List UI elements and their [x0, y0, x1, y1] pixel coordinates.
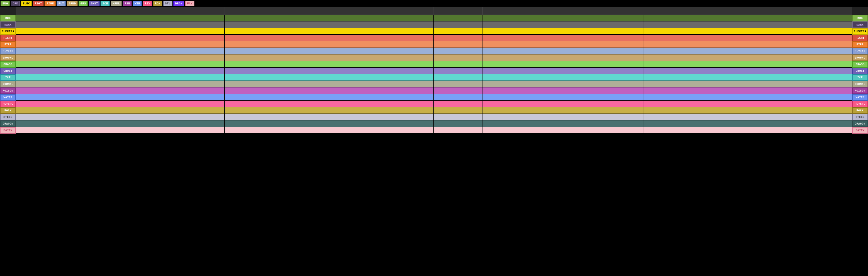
- left-type-label-rock: ROCK: [0, 107, 16, 114]
- cell-immune1-dark: [434, 22, 483, 28]
- cell-weakness-dark: [16, 22, 225, 28]
- cell-immune1-fire: [434, 41, 483, 48]
- data-row-flying: [16, 48, 852, 54]
- cell-immune2-psychc: [483, 101, 531, 107]
- top-type-btn-grs[interactable]: GRS: [79, 1, 88, 6]
- top-type-btn-fly[interactable]: FLY: [57, 1, 66, 6]
- cell-immune1-electra: [434, 28, 483, 34]
- cell-immune1-grass: [434, 61, 483, 67]
- left-type-label-fire: FIRE: [0, 41, 16, 48]
- cell-strong-ghost: [643, 67, 852, 74]
- cell-strong-steel: [643, 114, 852, 120]
- cell-immune1-flying: [434, 48, 483, 54]
- top-type-btn-psn[interactable]: PSN: [123, 1, 132, 6]
- cell-immune1-psychc: [434, 101, 483, 107]
- right-type-label-ground: GROUND: [852, 54, 868, 61]
- cell-resist-water: [531, 94, 643, 100]
- left-type-label-flying: FLYING: [0, 48, 16, 54]
- right-type-label-dragon: DRAGON: [852, 120, 868, 127]
- data-row-grass: [16, 61, 852, 67]
- cell-immune1-fight: [434, 35, 483, 41]
- top-type-bar: BUGDRKELECFIGTFIREFLYGRNDGRSGHSTICENRMLP…: [0, 0, 868, 7]
- cell-strong-normal: [643, 81, 852, 87]
- cell-resist-flying: [531, 48, 643, 54]
- left-type-label-fairy: FAIRY: [0, 127, 16, 134]
- header-resists: [225, 7, 434, 15]
- top-type-btn-psy[interactable]: PSY: [143, 1, 152, 6]
- cell-resists-poison: [225, 87, 433, 94]
- main-grid: BUGDARKELECTRAFIGHTFIREFLYINGGROUNDGRASS…: [0, 7, 868, 134]
- cell-resist-dark: [531, 22, 643, 28]
- header-resist: [531, 7, 643, 15]
- top-type-btn-fay[interactable]: FAY: [185, 1, 194, 6]
- left-type-label-psychc: PSYCHC: [0, 101, 16, 107]
- cell-resist-dragon: [531, 120, 643, 127]
- top-type-btn-figt[interactable]: FIGT: [33, 1, 44, 6]
- top-type-btn-drgn[interactable]: DRGN: [173, 1, 184, 6]
- right-type-labels: BUGDARKELECTRAFIGHTFIREFLYINGGROUNDGRASS…: [852, 7, 868, 134]
- right-type-list: BUGDARKELECTRAFIGHTFIREFLYINGGROUNDGRASS…: [852, 15, 868, 134]
- top-type-btn-stl[interactable]: STL: [163, 1, 173, 6]
- cell-strong-water: [643, 94, 852, 100]
- cell-resist-electra: [531, 28, 643, 34]
- cell-resists-electra: [225, 28, 433, 34]
- top-type-btn-ice[interactable]: ICE: [100, 1, 110, 6]
- cell-weakness-fairy: [16, 127, 225, 133]
- cell-immune1-ground: [434, 54, 483, 61]
- cell-weakness-grass: [16, 61, 225, 67]
- cell-weakness-bug: [16, 15, 225, 21]
- right-type-label-ice: ICE: [852, 74, 868, 81]
- top-type-btn-wtr[interactable]: WTR: [133, 1, 142, 6]
- cell-strong-poison: [643, 87, 852, 94]
- cell-resist-normal: [531, 81, 643, 87]
- cell-weakness-steel: [16, 114, 225, 120]
- cell-strong-bug: [643, 15, 852, 21]
- cell-immune2-poison: [483, 87, 531, 94]
- left-type-label-ice: ICE: [0, 74, 16, 81]
- cell-weakness-dragon: [16, 120, 225, 127]
- cell-weakness-ground: [16, 54, 225, 61]
- cell-resists-psychc: [225, 101, 433, 107]
- cell-immune2-ground: [483, 54, 531, 61]
- data-row-bug: [16, 15, 852, 22]
- cell-immune1-poison: [434, 87, 483, 94]
- cell-resists-rock: [225, 107, 433, 113]
- cell-resists-bug: [225, 15, 433, 21]
- top-type-btn-rok[interactable]: ROK: [153, 1, 162, 6]
- cell-resists-grass: [225, 61, 433, 67]
- cell-resists-normal: [225, 81, 433, 87]
- top-type-btn-grnd[interactable]: GRND: [67, 1, 78, 6]
- cell-resist-poison: [531, 87, 643, 94]
- top-type-btn-bug[interactable]: BUG: [1, 1, 10, 6]
- left-type-label-ghost: GHOST: [0, 67, 16, 74]
- cell-strong-ice: [643, 74, 852, 81]
- cell-strong-dragon: [643, 120, 852, 127]
- top-type-btn-ghst[interactable]: GHST: [89, 1, 100, 6]
- cell-strong-psychc: [643, 101, 852, 107]
- data-row-fight: [16, 35, 852, 41]
- cell-immune2-bug: [483, 15, 531, 21]
- cell-immune1-rock: [434, 107, 483, 113]
- cell-weakness-normal: [16, 81, 225, 87]
- cell-resists-fairy: [225, 127, 433, 133]
- right-type-label-steel: STEEL: [852, 114, 868, 120]
- data-row-fairy: [16, 127, 852, 134]
- top-type-btn-elec[interactable]: ELEC: [21, 1, 32, 6]
- left-type-label-electra: ELECTRA: [0, 28, 16, 35]
- right-type-label-dark: DARK: [852, 22, 868, 28]
- cell-weakness-rock: [16, 107, 225, 113]
- top-type-btn-fire[interactable]: FIRE: [44, 1, 56, 6]
- left-header-spacer: [0, 7, 16, 15]
- data-row-ice: [16, 74, 852, 81]
- right-header-spacer: [852, 7, 868, 15]
- top-type-btn-nrml[interactable]: NRML: [111, 1, 122, 6]
- data-row-rock: [16, 107, 852, 114]
- cell-resist-steel: [531, 114, 643, 120]
- right-type-label-water: WATER: [852, 94, 868, 101]
- cell-strong-electra: [643, 28, 852, 34]
- right-type-label-normal: NORMAL: [852, 81, 868, 87]
- top-type-btn-drk[interactable]: DRK: [11, 1, 20, 6]
- cell-strong-rock: [643, 107, 852, 113]
- cell-resist-ground: [531, 54, 643, 61]
- cell-immune2-grass: [483, 61, 531, 67]
